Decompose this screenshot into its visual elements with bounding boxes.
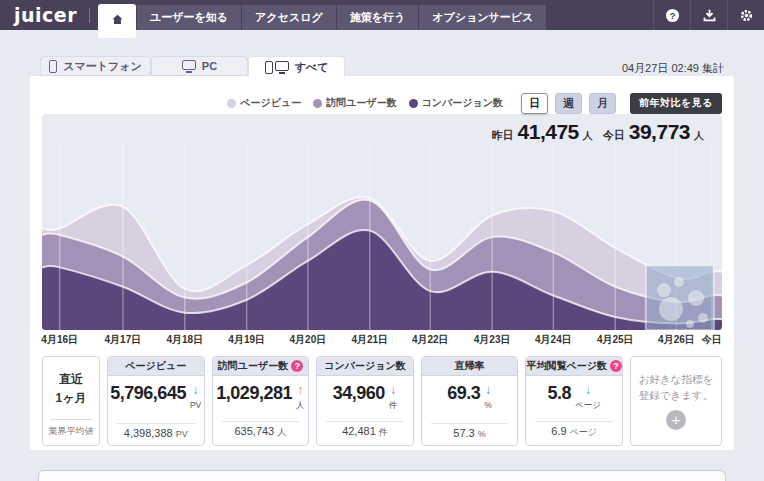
metric-unit: 件 [389,400,398,412]
traffic-area-chart: 昨日 41,475 人 今日 39,773 人 [42,114,722,330]
x-axis-label-9: 4月25日 [597,333,634,347]
home-icon [110,12,125,31]
help-icon[interactable]: ? [653,0,690,30]
yesterday-value: 41,475 [518,120,579,144]
metric-value: 1,029,281 [216,384,292,402]
metric-card-header: コンバージョン数 [317,357,413,376]
metric-average-value: 4,398,388 PV [108,427,204,439]
legend-label: ページビュー [240,96,301,110]
metric-trend: ↓件 [389,384,398,412]
nav-item-3[interactable]: オプションサービス [419,5,547,30]
x-axis-label-1: 4月17日 [105,333,142,347]
settings-icon[interactable] [727,0,764,30]
metric-value-row: 5,796,645↓PV [108,384,204,410]
divider [535,421,613,422]
industry-average-label: 業界平均値 [49,425,94,438]
device-tab-label: スマートフォン [63,59,142,74]
average-unit: 人 [277,427,286,437]
period-line1: 直近 [59,371,83,388]
metric-card-header: 平均閲覧ページ数? [526,357,622,376]
chart-header-stats: 昨日 41,475 人 今日 39,773 人 [492,120,710,144]
app-logo: juicer [14,4,77,26]
area-chart-canvas [42,114,722,330]
metric-title: 訪問ユーザー数 [218,359,288,373]
divider [89,8,90,23]
nav-item-1[interactable]: アクセスログ [242,5,337,30]
metric-value-row: 34,960↓件 [317,384,413,412]
metric-unit: PV [190,400,201,410]
yesterday-unit: 人 [583,129,593,143]
help-icon[interactable]: ? [610,360,622,372]
divider [326,421,404,422]
x-axis-label-3: 4月19日 [228,333,265,347]
trend-down-icon: ↓ [485,384,491,396]
range-button-1[interactable]: 週 [555,93,582,114]
legend-dot [313,99,322,108]
metric-average-value: 6.9 ページ [526,425,622,439]
metric-card-2: コンバージョン数34,960↓件42,481 件 [316,356,414,446]
average-unit: % [478,429,486,439]
next-section-card-edge [38,470,726,481]
average-unit: PV [176,429,188,439]
average-unit: 件 [379,427,388,437]
range-button-0[interactable]: 日 [521,93,548,114]
average-number: 57.3 [453,427,474,439]
legend-item-1[interactable]: 訪問ユーザー数 [313,96,396,110]
legend-item-0[interactable]: ページビュー [227,96,301,110]
add-metric-button[interactable]: + [666,410,686,430]
x-axis-label-2: 4月18日 [166,333,203,347]
trend-down-icon: ↓ [390,384,396,396]
nav-home-tab[interactable] [98,4,136,38]
svg-text:?: ? [669,10,675,20]
metric-card-3: 直帰率69.3↓%57.3 % [421,356,519,446]
metric-value-row: 69.3↓% [422,384,518,410]
metric-title: 平均閲覧ページ数 [526,359,606,373]
metric-average-value: 635,743 人 [213,425,309,439]
download-icon[interactable] [690,0,727,30]
average-unit: ページ [570,427,597,437]
legend-dot [227,99,236,108]
metric-card-0: ページビュー5,796,645↓PV4,398,388 PV [107,356,205,446]
device-tab-all[interactable]: すべて [248,56,345,77]
nav-item-0[interactable]: ユーザーを知る [136,5,242,30]
desktop-icon [182,60,196,73]
help-icon[interactable]: ? [291,360,303,372]
device-tab-smartphone[interactable]: スマートフォン [40,56,151,76]
metric-unit: % [484,400,492,410]
trend-up-icon: ↑ [297,384,303,396]
range-button-2[interactable]: 月 [589,93,616,114]
metric-card-header: ページビュー [108,357,204,376]
today-label: 今日 [603,128,625,143]
metric-trend: ↓% [484,384,492,410]
nav-menu: ユーザーを知るアクセスログ施策を行うオプションサービス [136,5,547,30]
period-card: 直近 1ヶ月 業界平均値 [42,356,100,446]
nav-item-2[interactable]: 施策を行う [337,5,420,30]
metric-trend: ↑人 [296,384,305,412]
average-number: 6.9 [551,425,566,437]
add-metric-card: お好きな指標を 登録できます。 + [630,356,722,446]
device-tab-pc[interactable]: PC [151,56,248,76]
x-axis-label-5: 4月21日 [351,333,388,347]
divider [117,423,195,424]
average-number: 4,398,388 [124,427,173,439]
yesterday-label: 昨日 [492,128,514,143]
phone-glyph [265,61,273,74]
metric-trend: ↓PV [190,384,201,410]
compare-previous-year-button[interactable]: 前年対比を見る [630,93,722,114]
metric-card-4: 平均閲覧ページ数?5.8↓ページ6.9 ページ [525,356,623,446]
divider [222,421,300,422]
metric-value: 5.8 [547,384,571,402]
divider [431,423,509,424]
x-axis-label-7: 4月23日 [474,333,511,347]
metric-card-1: 訪問ユーザー数?1,029,281↑人635,743 人 [212,356,310,446]
metric-average-value: 42,481 件 [317,425,413,439]
metric-value-row: 1,029,281↑人 [213,384,309,412]
all-devices-icon [265,61,289,74]
x-axis-labels: 4月16日4月17日4月18日4月19日4月20日4月21日4月22日4月23日… [42,333,722,346]
legend-item-2[interactable]: コンバージョン数 [409,96,503,110]
metric-unit: ページ [575,400,601,412]
metric-value: 5,796,645 [110,384,186,402]
top-navbar: juicer ユーザーを知るアクセスログ施策を行うオプションサービス ? [0,0,764,30]
trend-down-icon: ↓ [193,384,199,396]
aggregation-timestamp: 04月27日 02:49 集計 [622,61,724,76]
